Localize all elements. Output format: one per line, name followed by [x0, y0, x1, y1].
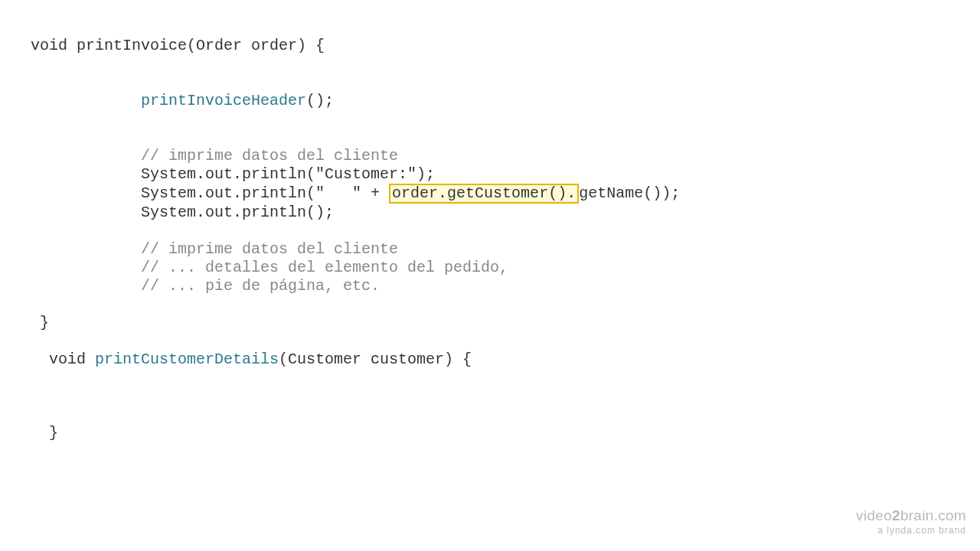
code-line-comment-2: // imprime datos del cliente	[31, 240, 398, 258]
code-block: void printInvoice(Order order) { printIn…	[0, 0, 980, 479]
watermark-tagline: a lynda.com brand	[856, 525, 966, 536]
code-line-close-1: }	[31, 314, 49, 331]
code-line-println-1: System.out.println("Customer:");	[31, 165, 435, 183]
watermark-brand: video2brain.com	[856, 507, 966, 525]
code-line-comment-1: // imprime datos del cliente	[31, 147, 398, 165]
code-line-method-def: void printCustomerDetails(Customer custo…	[31, 350, 472, 368]
code-line-1: void printInvoice(Order order) {	[31, 37, 325, 54]
code-line-close-2: }	[31, 424, 58, 442]
code-line-println-highlight: System.out.println(" " + order.getCustom…	[31, 184, 680, 202]
code-line-comment-3: // ... detalles del elemento del pedido,	[31, 259, 508, 276]
code-line-comment-4: // ... pie de página, etc.	[31, 277, 380, 295]
highlighted-expression: order.getCustomer().	[389, 184, 579, 204]
code-line-call: printInvoiceHeader();	[31, 92, 334, 109]
code-line-println-3: System.out.println();	[31, 204, 334, 221]
watermark: video2brain.com a lynda.com brand	[856, 507, 966, 536]
